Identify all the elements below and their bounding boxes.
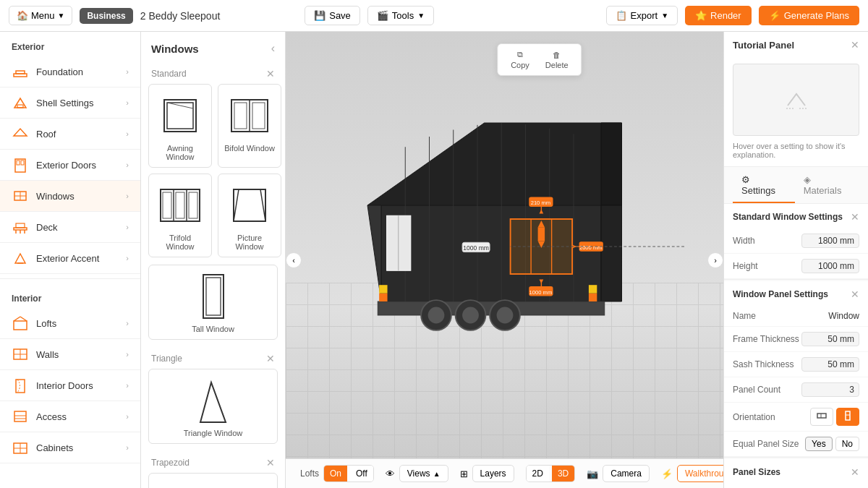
panel-count-label: Panel Count [733, 385, 780, 395]
sidebar-item-foundation[interactable]: Foundation › [0, 56, 140, 87]
svg-text:1000 mm: 1000 mm [529, 289, 552, 296]
standard-close-icon[interactable]: ✕ [266, 68, 275, 80]
height-label: Height [733, 261, 758, 271]
save-button[interactable]: 💾 Save [305, 6, 360, 25]
trapezoid-window-card[interactable]: Trapezoid Window [148, 473, 278, 488]
tutorial-panel-body: Hover over a setting to show it's explan… [724, 56, 868, 166]
lofts-icon [12, 314, 29, 332]
equal-panel-yes-btn[interactable]: Yes [805, 437, 833, 451]
sws-title: Standard Window Settings [733, 212, 843, 222]
lofts-on-option[interactable]: On [324, 466, 347, 481]
orientation-vertical-btn[interactable] [836, 408, 859, 426]
export-button[interactable]: 📋 Export ▼ [606, 6, 678, 25]
generate-plans-button[interactable]: ⚡ Generate Plans [759, 6, 859, 25]
sidebar-item-deck[interactable]: Deck › [0, 212, 140, 243]
triangle-window-card[interactable]: Triangle Window [148, 369, 278, 444]
tutorial-header: Tutorial Panel ✕ [724, 32, 868, 56]
sidebar-item-roof[interactable]: Roof › [0, 119, 140, 150]
awning-window-card[interactable]: Awning Window [148, 84, 212, 168]
svg-line-16 [14, 317, 20, 321]
svg-point-73 [427, 307, 444, 324]
project-name: 2 Beddy Sleepout [140, 10, 297, 22]
bifold-window-preview [224, 90, 275, 141]
triangle-category-header: Triangle ✕ [141, 347, 285, 369]
viewport-left-collapse[interactable]: ‹ [286, 252, 302, 268]
standard-category-header: Standard ✕ [141, 62, 285, 84]
tools-chevron-icon: ▼ [417, 12, 425, 20]
picture-window-card[interactable]: Picture Window [218, 174, 281, 257]
trifold-window-card[interactable]: Trifold Window [148, 174, 212, 257]
2d-option[interactable]: 2D [527, 466, 549, 481]
tutorial-image [733, 64, 859, 136]
tools-button[interactable]: 🎬 Tools ▼ [367, 6, 434, 25]
awning-window-preview [155, 90, 205, 141]
generate-icon: ⚡ [769, 10, 780, 21]
height-value: 1000 mm [801, 259, 859, 273]
sws-header: Standard Window Settings ✕ [724, 204, 868, 228]
delete-icon: 🗑 [553, 51, 561, 59]
camera-button[interactable]: Camera [603, 465, 650, 482]
render-button[interactable]: ⭐ Render [685, 6, 752, 25]
business-badge: Business [80, 8, 132, 24]
frame-thickness-row: Frame Thickness 50 mm [724, 327, 868, 352]
export-chevron-icon: ▼ [661, 12, 668, 20]
tutorial-close-icon[interactable]: ✕ [851, 39, 859, 51]
svg-line-43 [260, 189, 265, 221]
equal-panel-no-btn[interactable]: No [835, 437, 859, 451]
svg-rect-1 [16, 71, 25, 74]
tab-materials[interactable]: ◈ Materials [795, 168, 859, 203]
sidebar-divider [0, 278, 140, 279]
viewport-right-collapse[interactable]: › [707, 252, 723, 268]
triangle-window-label: Triangle Window [184, 429, 243, 437]
sidebar-item-exterior-doors[interactable]: Exterior Doors › [0, 150, 140, 181]
foundation-icon [12, 63, 29, 80]
svg-rect-102 [588, 285, 596, 293]
lofts-off-option[interactable]: Off [350, 466, 373, 481]
sidebar-item-lofts[interactable]: Lofts › [0, 308, 140, 339]
width-row: Width 1800 mm [724, 228, 868, 254]
tab-settings-label: Settings [741, 185, 775, 196]
trapezoid-window-preview [188, 479, 239, 488]
frame-thickness-value: 50 mm [801, 332, 859, 346]
windows-panel-title: Windows [151, 43, 199, 55]
walkthrough-group: ⚡ Walkthrough [661, 465, 723, 482]
walkthrough-button[interactable]: Walkthrough [677, 465, 723, 482]
sidebar-item-exterior-accent[interactable]: Exterior Accent › [0, 243, 140, 274]
frame-thickness-label: Frame Thickness [733, 334, 799, 344]
ps-close-icon[interactable]: ✕ [851, 466, 859, 478]
menu-button[interactable]: 🏠 Menu ▼ [9, 6, 72, 25]
sidebar-item-walls[interactable]: Walls › [0, 339, 140, 370]
3d-option[interactable]: 3D [552, 466, 574, 481]
orientation-horizontal-btn[interactable] [810, 408, 833, 426]
svg-rect-39 [176, 192, 184, 218]
bifold-window-card[interactable]: Bifold Window [218, 84, 281, 168]
exterior-doors-icon [12, 156, 29, 174]
trapezoid-category-header: Trapezoid ✕ [141, 451, 285, 473]
tall-window-card[interactable]: Tall Window [148, 265, 278, 340]
triangle-close-icon[interactable]: ✕ [266, 353, 275, 364]
render-label: Render [710, 10, 741, 21]
sidebar-item-cabinets[interactable]: Cabinets › [0, 432, 140, 463]
svg-rect-105 [846, 411, 850, 420]
sidebar-item-shell[interactable]: Shell Settings › [0, 87, 140, 119]
svg-rect-34 [252, 103, 265, 129]
svg-rect-21 [16, 380, 25, 393]
wps-close-icon[interactable]: ✕ [851, 288, 859, 300]
sidebar-item-access[interactable]: Access › [0, 401, 140, 432]
interior-doors-icon [12, 377, 29, 394]
sws-close-icon[interactable]: ✕ [851, 211, 859, 223]
views-button[interactable]: Views ▲ [399, 465, 448, 482]
equal-panel-size-row: Equal Panel Size Yes No [724, 432, 868, 457]
walls-icon [12, 346, 29, 363]
svg-point-77 [496, 307, 513, 324]
exterior-accent-icon [12, 249, 29, 267]
windows-panel-collapse[interactable]: ‹ [271, 42, 275, 55]
svg-line-30 [167, 103, 193, 108]
tall-window-preview [188, 271, 239, 322]
sidebar-item-interior-doors[interactable]: Interior Doors › [0, 370, 140, 401]
export-icon: 📋 [616, 10, 627, 21]
sidebar-item-windows[interactable]: Windows › [0, 181, 140, 212]
layers-button[interactable]: Layers [472, 465, 514, 482]
trapezoid-close-icon[interactable]: ✕ [266, 457, 275, 468]
tab-settings[interactable]: ⚙ Settings [733, 168, 795, 203]
